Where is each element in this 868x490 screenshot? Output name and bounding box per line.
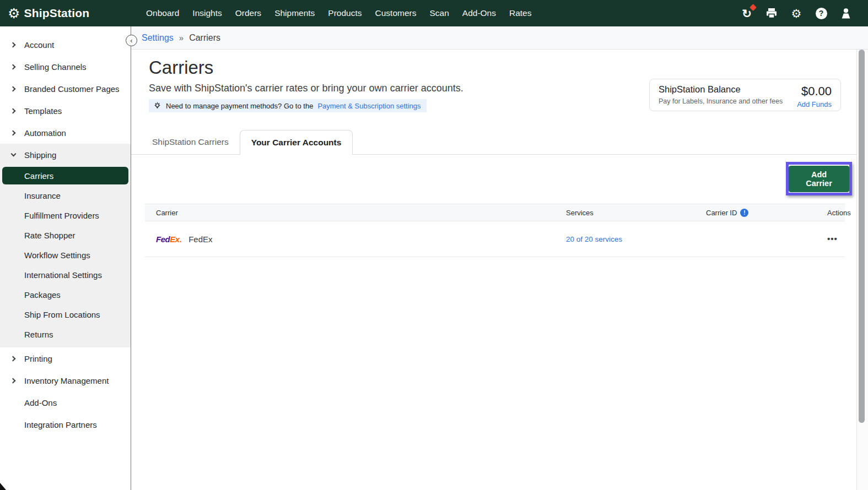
carrier-id-info-icon[interactable]: !: [740, 209, 748, 217]
topbar-icon-group: ↻ ⚙ ?: [740, 0, 853, 26]
brand-name: ShipStation: [24, 7, 89, 20]
sidebar-subitem-international-settings[interactable]: International Settings: [0, 265, 131, 285]
nav-add-ons[interactable]: Add-Ons: [462, 8, 496, 18]
sidebar-item-selling-channels[interactable]: Selling Channels: [0, 56, 131, 78]
nav-scan[interactable]: Scan: [429, 8, 449, 18]
sidebar-subitem-packages[interactable]: Packages: [0, 285, 131, 304]
sidebar-item-label: Integration Partners: [24, 420, 97, 429]
sidebar-item-label: Inventory Management: [24, 376, 109, 385]
refresh-icon[interactable]: ↻: [740, 7, 753, 20]
chevron-right-icon: [11, 86, 16, 91]
sidebar-subitem-returns[interactable]: Returns: [0, 324, 131, 344]
services-count-link[interactable]: 20 of 20 services: [566, 235, 622, 243]
lightbulb-icon: [153, 101, 161, 110]
account-user-icon[interactable]: [839, 7, 853, 20]
shipstation-balance-card: ShipStation Balance Pay for Labels, Insu…: [649, 79, 841, 111]
breadcrumb-separator: »: [179, 33, 184, 42]
settings-gear-icon[interactable]: ⚙: [790, 7, 803, 20]
column-header-carrier-id: Carrier ID !: [706, 209, 827, 217]
sidebar-subitem-carriers[interactable]: Carriers: [2, 167, 128, 184]
payment-subscription-settings-link[interactable]: Payment & Subscription settings: [317, 102, 420, 110]
tab-your-carrier-accounts[interactable]: Your Carrier Accounts: [240, 130, 353, 155]
settings-sidebar: Account Selling Channels Branded Custome…: [0, 26, 131, 490]
sidebar-item-branded-customer-pages[interactable]: Branded Customer Pages: [0, 78, 131, 100]
sidebar-item-account[interactable]: Account: [0, 34, 131, 56]
column-header-services: Services: [566, 209, 706, 217]
breadcrumb-settings-link[interactable]: Settings: [142, 33, 174, 43]
sidebar-shipping-group: Shipping Carriers Insurance Fulfillment …: [0, 144, 131, 347]
sidebar-item-automation[interactable]: Automation: [0, 122, 131, 144]
chevron-right-icon: [11, 64, 16, 69]
nav-orders[interactable]: Orders: [235, 8, 261, 18]
row-actions-menu-icon[interactable]: •••: [827, 234, 838, 243]
carrier-accounts-table: Carrier Services Carrier ID ! Actions Fe…: [145, 204, 845, 257]
nav-rates[interactable]: Rates: [509, 8, 532, 18]
sidebar-item-label: Shipping: [24, 150, 56, 160]
balance-description: Pay for Labels, Insurance and other fees: [659, 97, 783, 105]
sidebar-item-shipping[interactable]: Shipping: [0, 144, 131, 166]
chevron-right-icon: [11, 42, 16, 47]
column-header-actions: Actions: [827, 209, 858, 217]
balance-amount: $0.00: [797, 84, 832, 99]
annotation-highlight-box: Add Carrier: [786, 162, 852, 195]
chevron-right-icon: [11, 108, 16, 113]
sidebar-collapse-button[interactable]: ‹: [126, 35, 137, 46]
shipstation-logo-icon: ⚙: [8, 7, 20, 20]
sidebar-item-add-ons[interactable]: Add-Ons: [0, 391, 131, 413]
sidebar-item-label: Add-Ons: [24, 398, 57, 407]
help-icon[interactable]: ?: [815, 7, 828, 20]
nav-products[interactable]: Products: [328, 8, 362, 18]
primary-nav: Onboard Insights Orders Shipments Produc…: [146, 0, 531, 26]
sidebar-item-label: Automation: [24, 128, 66, 138]
page-title: Carriers: [149, 57, 213, 78]
sidebar-subitem-insurance[interactable]: Insurance: [0, 186, 131, 205]
sidebar-subitem-fulfillment-providers[interactable]: Fulfillment Providers: [0, 205, 131, 225]
sidebar-item-label: Account: [24, 40, 54, 50]
sidebar-item-inventory-management[interactable]: Inventory Management: [0, 369, 131, 391]
chevron-right-icon: [11, 378, 16, 383]
tab-shipstation-carriers[interactable]: ShipStation Carriers: [141, 130, 240, 154]
column-header-carrier: Carrier: [145, 209, 566, 217]
nav-onboard[interactable]: Onboard: [146, 8, 179, 18]
sidebar-item-label: Printing: [24, 354, 52, 363]
sidebar-item-templates[interactable]: Templates: [0, 100, 131, 122]
payment-tip-banner: Need to manage payment methods? Go to th…: [149, 99, 427, 112]
carriers-tabbar: ShipStation Carriers Your Carrier Accoun…: [131, 130, 868, 155]
shipstation-settings-screen: ⚙ ShipStation Onboard Insights Orders Sh…: [0, 0, 868, 490]
main-content: Settings » Carriers Carriers Save with S…: [131, 26, 868, 490]
actions-cell: •••: [827, 234, 845, 244]
table-header-row: Carrier Services Carrier ID ! Actions: [145, 204, 845, 221]
print-icon[interactable]: [765, 7, 778, 20]
sidebar-subitem-ship-from-locations[interactable]: Ship From Locations: [0, 304, 131, 324]
carrier-name: FedEx: [188, 235, 212, 244]
services-cell: 20 of 20 services: [566, 234, 706, 244]
chevron-right-icon: [11, 356, 16, 361]
top-navigation-bar: ⚙ ShipStation Onboard Insights Orders Sh…: [0, 0, 868, 26]
sidebar-subitem-workflow-settings[interactable]: Workflow Settings: [0, 245, 131, 265]
fedex-logo: FedEx.: [156, 235, 181, 244]
tip-text: Need to manage payment methods? Go to th…: [166, 102, 313, 110]
chevron-right-icon: [11, 130, 16, 135]
sidebar-item-integration-partners[interactable]: Integration Partners: [0, 413, 131, 435]
chevron-down-icon: [11, 153, 16, 157]
vertical-scrollbar-track[interactable]: [856, 50, 868, 490]
nav-insights[interactable]: Insights: [192, 8, 222, 18]
add-carrier-button[interactable]: Add Carrier: [789, 166, 849, 192]
sidebar-item-label: Branded Customer Pages: [24, 84, 120, 94]
breadcrumb: Settings » Carriers: [131, 26, 868, 50]
carrier-cell: FedEx. FedEx: [145, 235, 566, 244]
table-row-fedex: FedEx. FedEx 20 of 20 services •••: [145, 221, 845, 257]
balance-title: ShipStation Balance: [659, 84, 783, 95]
sidebar-subitem-rate-shopper[interactable]: Rate Shopper: [0, 225, 131, 245]
page-subtitle: Save with ShipStation's carrier rates or…: [149, 83, 463, 94]
sidebar-item-label: Selling Channels: [24, 62, 87, 72]
add-funds-link[interactable]: Add Funds: [797, 100, 832, 108]
nav-customers[interactable]: Customers: [375, 8, 417, 18]
sidebar-item-printing[interactable]: Printing: [0, 347, 131, 369]
vertical-scrollbar-thumb[interactable]: [859, 50, 865, 423]
nav-shipments[interactable]: Shipments: [274, 8, 315, 18]
breadcrumb-current: Carriers: [189, 33, 220, 43]
shipstation-logo[interactable]: ⚙ ShipStation: [8, 0, 89, 26]
sidebar-item-label: Templates: [24, 106, 62, 116]
